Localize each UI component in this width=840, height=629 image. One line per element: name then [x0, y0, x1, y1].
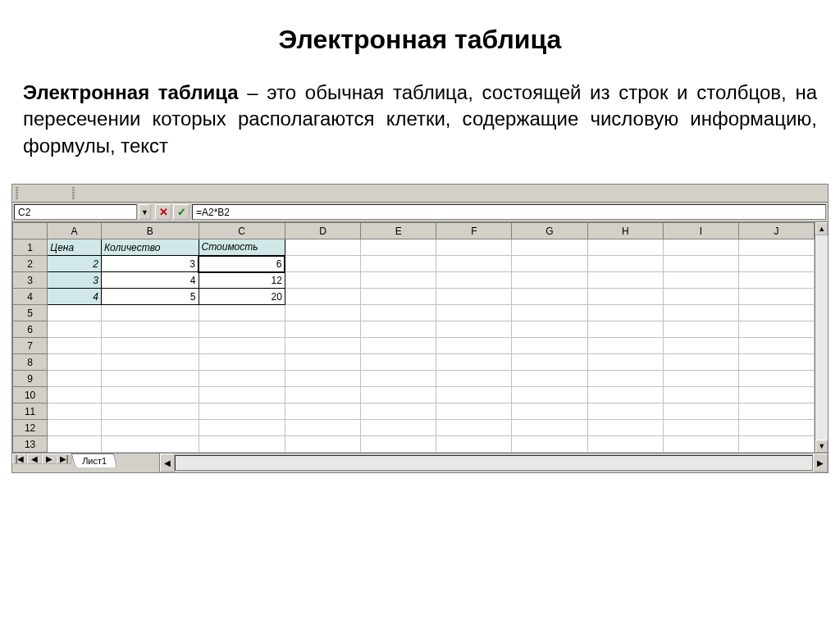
cell[interactable]	[361, 387, 436, 403]
cell-A4[interactable]: 4	[48, 289, 102, 305]
cell[interactable]	[436, 289, 512, 305]
cell-A1[interactable]: Цена	[48, 239, 102, 256]
cell[interactable]	[663, 272, 738, 289]
cell[interactable]	[436, 305, 512, 321]
horizontal-scrollbar[interactable]: ◀ ▶	[160, 454, 828, 472]
cell[interactable]	[285, 371, 360, 387]
toolbar-handle[interactable]	[72, 187, 75, 200]
nav-first-icon[interactable]: |◀	[12, 454, 27, 464]
cell[interactable]	[361, 338, 436, 354]
spreadsheet-grid[interactable]: A B C D E F G H I J 1 Цена Количество Ст…	[12, 222, 815, 453]
cell[interactable]	[587, 256, 663, 272]
cell[interactable]	[199, 338, 285, 354]
cell[interactable]	[436, 354, 512, 371]
cell[interactable]	[361, 289, 436, 305]
cell-C3[interactable]: 12	[199, 272, 285, 289]
scroll-track[interactable]	[815, 235, 828, 440]
sheet-tab[interactable]: Лист1	[71, 454, 118, 467]
cell[interactable]	[361, 420, 436, 436]
cell[interactable]	[199, 436, 285, 453]
cell[interactable]	[101, 321, 199, 338]
cell[interactable]	[587, 387, 663, 403]
column-header-J[interactable]: J	[739, 223, 815, 239]
nav-prev-icon[interactable]: ◀	[27, 454, 42, 464]
column-header-B[interactable]: B	[101, 223, 199, 239]
cell[interactable]	[512, 403, 587, 420]
cell[interactable]	[48, 420, 102, 436]
cell[interactable]	[361, 371, 436, 387]
cell[interactable]	[285, 436, 360, 453]
row-header-11[interactable]: 11	[13, 403, 48, 420]
row-header-6[interactable]: 6	[13, 321, 48, 338]
cell[interactable]	[436, 420, 512, 436]
cell[interactable]	[663, 354, 738, 371]
cell[interactable]	[739, 256, 815, 272]
cell[interactable]	[101, 403, 199, 420]
cell[interactable]	[739, 371, 815, 387]
cell[interactable]	[285, 338, 360, 354]
cell[interactable]	[587, 338, 663, 354]
cell[interactable]	[48, 354, 102, 371]
cell[interactable]	[285, 256, 360, 272]
cell[interactable]	[48, 436, 102, 453]
cell[interactable]	[436, 403, 512, 420]
name-box[interactable]: C2	[14, 204, 137, 220]
cell[interactable]	[587, 436, 663, 453]
cell[interactable]	[587, 371, 663, 387]
cell[interactable]	[512, 371, 587, 387]
cell[interactable]	[436, 272, 512, 289]
cell[interactable]	[512, 305, 587, 321]
cell[interactable]	[436, 321, 512, 338]
cell[interactable]	[587, 354, 663, 371]
cell[interactable]	[739, 321, 815, 338]
cell[interactable]	[663, 387, 738, 403]
cell[interactable]	[199, 403, 285, 420]
row-header-3[interactable]: 3	[13, 272, 48, 289]
cell-A3[interactable]: 3	[48, 272, 102, 289]
cell[interactable]	[587, 289, 663, 305]
cell-A2[interactable]: 2	[48, 256, 102, 272]
cell[interactable]	[512, 321, 587, 338]
row-header-13[interactable]: 13	[13, 436, 48, 453]
cell[interactable]	[663, 239, 738, 256]
cell[interactable]	[739, 305, 815, 321]
cell-C4[interactable]: 20	[199, 289, 285, 305]
row-header-10[interactable]: 10	[13, 387, 48, 403]
cell[interactable]	[663, 305, 738, 321]
column-header-H[interactable]: H	[587, 223, 663, 239]
cell[interactable]	[436, 256, 512, 272]
cell[interactable]	[512, 436, 587, 453]
column-header-C[interactable]: C	[199, 223, 285, 239]
cell[interactable]	[587, 321, 663, 338]
cell[interactable]	[436, 436, 512, 453]
cell[interactable]	[48, 338, 102, 354]
cell[interactable]	[436, 338, 512, 354]
select-all-corner[interactable]	[13, 223, 48, 239]
cell[interactable]	[587, 305, 663, 321]
cell[interactable]	[199, 354, 285, 371]
cell[interactable]	[199, 305, 285, 321]
name-box-dropdown[interactable]: ▼	[139, 204, 151, 220]
cell[interactable]	[199, 371, 285, 387]
cell[interactable]	[48, 321, 102, 338]
cell[interactable]	[663, 420, 738, 436]
cell[interactable]	[199, 420, 285, 436]
cell[interactable]	[285, 321, 360, 338]
cell[interactable]	[739, 420, 815, 436]
row-header-2[interactable]: 2	[13, 256, 48, 272]
cell[interactable]	[436, 371, 512, 387]
cell[interactable]	[512, 420, 587, 436]
formula-input[interactable]: =A2*B2	[192, 204, 826, 220]
cell[interactable]	[48, 305, 102, 321]
row-header-8[interactable]: 8	[13, 354, 48, 371]
row-header-5[interactable]: 5	[13, 305, 48, 321]
cell[interactable]	[361, 256, 436, 272]
cell[interactable]	[285, 403, 360, 420]
column-header-A[interactable]: A	[48, 223, 102, 239]
cell[interactable]	[512, 354, 587, 371]
cell[interactable]	[361, 403, 436, 420]
cell[interactable]	[739, 354, 815, 371]
cell[interactable]	[361, 321, 436, 338]
row-header-12[interactable]: 12	[13, 420, 48, 436]
cell[interactable]	[285, 289, 360, 305]
